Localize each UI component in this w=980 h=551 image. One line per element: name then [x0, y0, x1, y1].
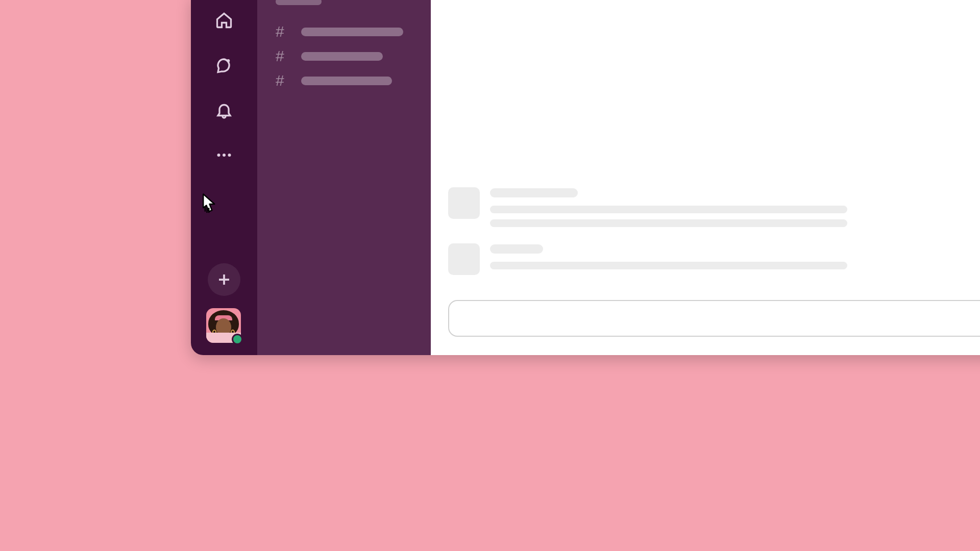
svg-point-3 — [228, 154, 231, 157]
app-window: ### — [191, 0, 980, 355]
notifications-icon[interactable] — [212, 98, 236, 122]
message-avatar-placeholder — [448, 243, 480, 275]
message-body — [490, 243, 980, 276]
user-avatar[interactable] — [206, 308, 242, 344]
nav-rail — [191, 0, 257, 355]
message-avatar-placeholder — [448, 187, 480, 219]
presence-indicator — [232, 334, 243, 345]
message-text-placeholder — [490, 219, 847, 227]
sidebar-section-label — [276, 0, 322, 5]
channel-item[interactable]: # — [257, 44, 431, 68]
message-list — [448, 187, 980, 286]
create-new-button[interactable] — [208, 263, 240, 296]
channel-sidebar: ### — [257, 0, 431, 355]
rail-bottom — [191, 263, 257, 344]
hash-icon: # — [276, 72, 289, 89]
message-item — [448, 243, 980, 276]
message-text-placeholder — [490, 262, 847, 269]
channel-name-placeholder — [301, 52, 383, 61]
hash-icon: # — [276, 23, 289, 40]
dm-icon[interactable] — [212, 53, 236, 78]
main-pane — [431, 0, 980, 355]
message-author-placeholder — [490, 244, 543, 254]
message-author-placeholder — [490, 188, 578, 197]
svg-point-2 — [223, 154, 226, 157]
channel-name-placeholder — [301, 77, 392, 85]
message-body — [490, 187, 980, 233]
home-icon[interactable] — [212, 8, 236, 33]
more-icon[interactable] — [212, 143, 236, 167]
message-composer[interactable] — [448, 300, 980, 337]
svg-point-0 — [227, 59, 230, 62]
message-text-placeholder — [490, 206, 847, 213]
message-item — [448, 187, 980, 233]
channel-name-placeholder — [301, 28, 403, 36]
svg-point-1 — [217, 154, 220, 157]
channel-item[interactable]: # — [257, 68, 431, 93]
hash-icon: # — [276, 47, 289, 65]
channel-item[interactable]: # — [257, 19, 431, 44]
